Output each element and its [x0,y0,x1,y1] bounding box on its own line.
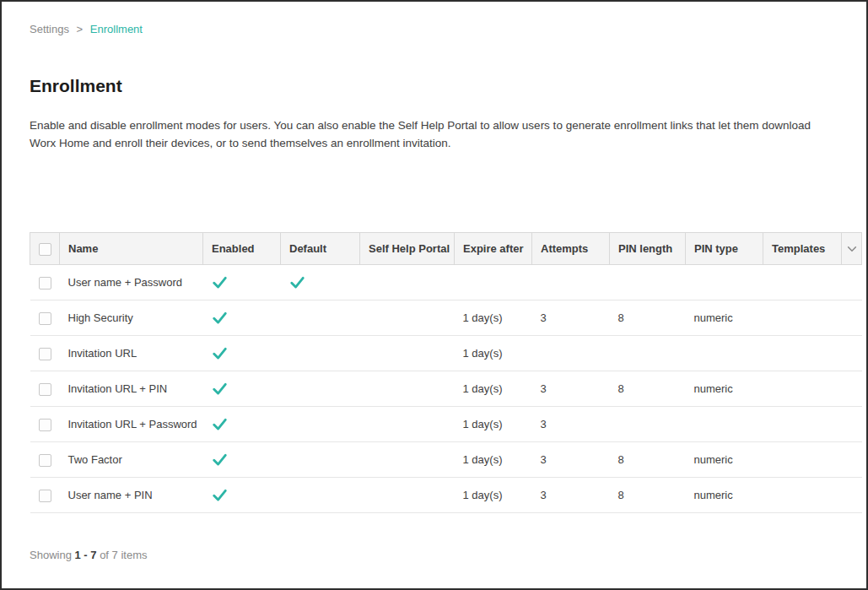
breadcrumb-settings-link[interactable]: Settings [30,23,69,35]
default-cell [281,371,360,407]
pin-length-cell: 8 [610,478,686,513]
self-help-portal-cell [360,371,455,407]
chevron-down-icon [846,243,858,255]
default-cell [281,300,360,336]
self-help-portal-cell [360,442,455,478]
select-all-cell [30,233,60,265]
column-header-templates[interactable]: Templates [763,233,842,265]
row-end-cell [842,300,862,336]
self-help-portal-cell [360,336,455,371]
row-end-cell [842,371,862,407]
row-select-cell [30,478,60,513]
table-row[interactable]: Two Factor1 day(s)38numeric [30,442,862,478]
attempts-cell: 3 [532,478,610,513]
row-checkbox[interactable] [39,490,51,502]
default-cell [281,478,360,513]
default-cell [281,336,360,371]
default-cell [281,442,360,478]
table-row[interactable]: Invitation URL + Password1 day(s)3 [30,407,862,442]
pin-type-cell: numeric [686,300,763,336]
pin-type-cell: numeric [686,371,763,407]
row-checkbox[interactable] [39,419,51,431]
pin-length-cell: 8 [610,371,686,407]
name-cell: User name + PIN [60,478,203,513]
table-row[interactable]: Invitation URL1 day(s) [30,336,862,371]
breadcrumb-separator: > [77,23,84,35]
items-count-range: 1 - 7 [75,549,97,561]
row-checkbox[interactable] [39,277,51,290]
check-icon [212,487,228,503]
default-cell [281,407,360,442]
table-row[interactable]: User name + PIN1 day(s)38numeric [30,478,862,513]
pin-type-cell [686,407,763,442]
row-end-cell [842,442,862,478]
row-checkbox[interactable] [39,348,51,360]
column-header-attempts[interactable]: Attempts [532,233,610,265]
self-help-portal-cell [360,265,455,300]
column-header-pin-type[interactable]: PIN type [686,233,763,265]
name-cell: Two Factor [60,442,203,478]
name-cell: Invitation URL + PIN [60,371,203,407]
check-icon [212,274,228,290]
pin-type-cell: numeric [686,478,763,513]
row-checkbox[interactable] [39,383,51,396]
row-select-cell [30,371,60,407]
expire-after-cell: 1 day(s) [455,407,532,442]
expire-after-cell: 1 day(s) [455,371,532,407]
row-end-cell [842,336,862,371]
column-menu-button[interactable] [842,233,862,265]
breadcrumb: Settings > Enrollment [30,23,866,35]
name-cell: High Security [60,300,203,336]
expire-after-cell: 1 day(s) [455,336,532,371]
pin-length-cell: 8 [610,442,686,478]
items-count-suffix: of 7 items [100,549,147,561]
templates-cell [763,478,842,513]
pin-length-cell [610,336,686,371]
column-header-expire-after[interactable]: Expire after [455,233,532,265]
enabled-cell [203,300,281,336]
pin-length-cell [610,265,686,300]
enabled-cell [203,265,281,300]
row-select-cell [30,265,60,300]
table-row[interactable]: Invitation URL + PIN1 day(s)38numeric [30,371,862,407]
row-select-cell [30,407,60,442]
pin-type-cell [686,336,763,371]
pin-type-cell: numeric [686,442,763,478]
templates-cell [763,336,842,371]
templates-cell [763,371,842,407]
column-header-pin-length[interactable]: PIN length [610,233,686,265]
row-checkbox[interactable] [39,454,51,467]
attempts-cell [532,265,610,300]
column-header-default[interactable]: Default [281,233,360,265]
self-help-portal-cell [360,300,455,336]
page-description: Enable and disable enrollment modes for … [30,116,838,152]
attempts-cell: 3 [532,300,610,336]
table-row[interactable]: User name + Password [30,265,862,300]
check-icon [212,381,228,397]
expire-after-cell: 1 day(s) [455,442,532,478]
check-icon [289,274,305,290]
page-title: Enrollment [30,76,866,96]
breadcrumb-enrollment-link[interactable]: Enrollment [90,23,143,35]
enabled-cell [203,336,281,371]
row-select-cell [30,442,60,478]
self-help-portal-cell [360,478,455,513]
table-row[interactable]: High Security1 day(s)38numeric [30,300,862,336]
page-content: Settings > Enrollment Enrollment Enable … [2,2,866,561]
items-count-prefix: Showing [30,549,72,561]
enabled-cell [203,371,281,407]
attempts-cell: 3 [532,442,610,478]
pin-length-cell [610,407,686,442]
column-header-name[interactable]: Name [60,233,203,265]
attempts-cell [532,336,610,371]
column-header-self-help-portal[interactable]: Self Help Portal [360,233,455,265]
select-all-checkbox[interactable] [39,243,51,256]
app-window: Settings > Enrollment Enrollment Enable … [0,0,868,590]
column-header-enabled[interactable]: Enabled [203,233,281,265]
row-end-cell [842,265,862,300]
row-checkbox[interactable] [39,312,51,325]
expire-after-cell: 1 day(s) [455,478,532,513]
name-cell: Invitation URL [60,336,203,371]
enabled-cell [203,407,281,442]
check-icon [212,452,228,468]
